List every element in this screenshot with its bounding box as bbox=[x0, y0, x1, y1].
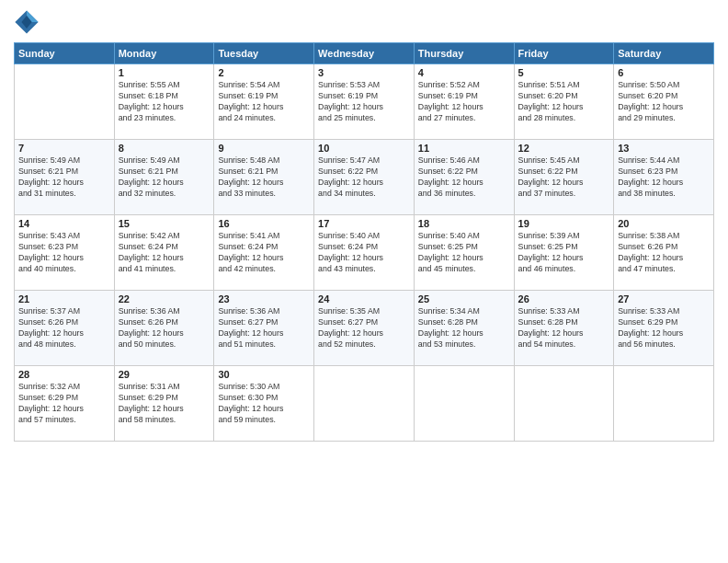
calendar-cell: 22Sunrise: 5:36 AM Sunset: 6:26 PM Dayli… bbox=[114, 291, 214, 366]
day-number: 19 bbox=[518, 218, 610, 229]
cell-info: Sunrise: 5:52 AM Sunset: 6:19 PM Dayligh… bbox=[418, 80, 510, 124]
cell-info: Sunrise: 5:31 AM Sunset: 6:29 PM Dayligh… bbox=[119, 382, 210, 426]
cell-info: Sunrise: 5:41 AM Sunset: 6:24 PM Dayligh… bbox=[218, 231, 310, 275]
day-number: 18 bbox=[418, 218, 510, 229]
day-number: 3 bbox=[318, 67, 410, 78]
day-number: 4 bbox=[418, 67, 510, 78]
calendar-cell: 13Sunrise: 5:44 AM Sunset: 6:23 PM Dayli… bbox=[614, 140, 714, 215]
cell-info: Sunrise: 5:51 AM Sunset: 6:20 PM Dayligh… bbox=[518, 80, 610, 124]
day-number: 2 bbox=[218, 67, 310, 78]
calendar-week-3: 21Sunrise: 5:37 AM Sunset: 6:26 PM Dayli… bbox=[15, 291, 714, 366]
cell-info: Sunrise: 5:55 AM Sunset: 6:18 PM Dayligh… bbox=[119, 80, 210, 124]
cell-info: Sunrise: 5:39 AM Sunset: 6:25 PM Dayligh… bbox=[518, 231, 610, 275]
cell-info: Sunrise: 5:34 AM Sunset: 6:28 PM Dayligh… bbox=[418, 306, 510, 350]
cell-info: Sunrise: 5:54 AM Sunset: 6:19 PM Dayligh… bbox=[218, 80, 310, 124]
day-number: 27 bbox=[618, 293, 710, 304]
cell-info: Sunrise: 5:43 AM Sunset: 6:23 PM Dayligh… bbox=[18, 231, 110, 275]
day-number: 20 bbox=[618, 218, 710, 229]
cell-info: Sunrise: 5:50 AM Sunset: 6:20 PM Dayligh… bbox=[618, 80, 710, 124]
cell-info: Sunrise: 5:33 AM Sunset: 6:29 PM Dayligh… bbox=[618, 306, 710, 350]
calendar-cell: 27Sunrise: 5:33 AM Sunset: 6:29 PM Dayli… bbox=[614, 291, 714, 366]
calendar-cell: 23Sunrise: 5:36 AM Sunset: 6:27 PM Dayli… bbox=[214, 291, 314, 366]
day-number: 22 bbox=[119, 293, 210, 304]
col-header-wednesday: Wednesday bbox=[314, 43, 415, 64]
day-number: 24 bbox=[318, 293, 410, 304]
day-number: 26 bbox=[518, 293, 610, 304]
day-number: 30 bbox=[218, 369, 310, 380]
cell-info: Sunrise: 5:40 AM Sunset: 6:24 PM Dayligh… bbox=[318, 231, 410, 275]
cell-info: Sunrise: 5:47 AM Sunset: 6:22 PM Dayligh… bbox=[318, 155, 410, 200]
col-header-monday: Monday bbox=[114, 43, 214, 64]
calendar-cell: 16Sunrise: 5:41 AM Sunset: 6:24 PM Dayli… bbox=[214, 215, 314, 291]
calendar-cell: 26Sunrise: 5:33 AM Sunset: 6:28 PM Dayli… bbox=[514, 291, 614, 366]
logo bbox=[14, 9, 43, 35]
cell-info: Sunrise: 5:40 AM Sunset: 6:25 PM Dayligh… bbox=[418, 231, 510, 275]
calendar-cell bbox=[15, 64, 115, 140]
cell-info: Sunrise: 5:30 AM Sunset: 6:30 PM Dayligh… bbox=[218, 382, 310, 426]
calendar-cell: 29Sunrise: 5:31 AM Sunset: 6:29 PM Dayli… bbox=[114, 366, 214, 442]
day-number: 16 bbox=[218, 218, 310, 229]
calendar-cell: 17Sunrise: 5:40 AM Sunset: 6:24 PM Dayli… bbox=[314, 215, 415, 291]
day-number: 17 bbox=[318, 218, 410, 229]
cell-info: Sunrise: 5:48 AM Sunset: 6:21 PM Dayligh… bbox=[218, 155, 310, 200]
logo-icon bbox=[14, 9, 40, 35]
calendar-cell: 6Sunrise: 5:50 AM Sunset: 6:20 PM Daylig… bbox=[614, 64, 714, 140]
day-number: 28 bbox=[18, 369, 110, 380]
day-number: 10 bbox=[318, 143, 410, 154]
calendar-cell: 4Sunrise: 5:52 AM Sunset: 6:19 PM Daylig… bbox=[414, 64, 514, 140]
day-number: 29 bbox=[119, 369, 210, 380]
calendar-cell: 3Sunrise: 5:53 AM Sunset: 6:19 PM Daylig… bbox=[314, 64, 415, 140]
calendar-cell bbox=[414, 366, 514, 442]
cell-info: Sunrise: 5:37 AM Sunset: 6:26 PM Dayligh… bbox=[18, 306, 110, 350]
calendar-cell: 18Sunrise: 5:40 AM Sunset: 6:25 PM Dayli… bbox=[414, 215, 514, 291]
day-number: 11 bbox=[418, 143, 510, 154]
day-number: 21 bbox=[18, 293, 110, 304]
calendar-cell: 10Sunrise: 5:47 AM Sunset: 6:22 PM Dayli… bbox=[314, 140, 415, 215]
cell-info: Sunrise: 5:44 AM Sunset: 6:23 PM Dayligh… bbox=[618, 155, 710, 200]
calendar-cell: 21Sunrise: 5:37 AM Sunset: 6:26 PM Dayli… bbox=[15, 291, 115, 366]
col-header-thursday: Thursday bbox=[414, 43, 514, 64]
day-number: 23 bbox=[218, 293, 310, 304]
day-number: 15 bbox=[119, 218, 210, 229]
calendar-cell bbox=[314, 366, 415, 442]
col-header-friday: Friday bbox=[514, 43, 614, 64]
calendar-cell: 2Sunrise: 5:54 AM Sunset: 6:19 PM Daylig… bbox=[214, 64, 314, 140]
calendar-table: SundayMondayTuesdayWednesdayThursdayFrid… bbox=[14, 42, 714, 442]
day-number: 5 bbox=[518, 67, 610, 78]
day-number: 8 bbox=[119, 143, 210, 154]
cell-info: Sunrise: 5:45 AM Sunset: 6:22 PM Dayligh… bbox=[518, 155, 610, 200]
calendar-cell: 8Sunrise: 5:49 AM Sunset: 6:21 PM Daylig… bbox=[114, 140, 214, 215]
day-number: 7 bbox=[18, 143, 110, 154]
calendar-cell: 14Sunrise: 5:43 AM Sunset: 6:23 PM Dayli… bbox=[15, 215, 115, 291]
calendar-week-0: 1Sunrise: 5:55 AM Sunset: 6:18 PM Daylig… bbox=[15, 64, 714, 140]
calendar-cell: 19Sunrise: 5:39 AM Sunset: 6:25 PM Dayli… bbox=[514, 215, 614, 291]
calendar-cell: 7Sunrise: 5:49 AM Sunset: 6:21 PM Daylig… bbox=[15, 140, 115, 215]
day-number: 9 bbox=[218, 143, 310, 154]
cell-info: Sunrise: 5:42 AM Sunset: 6:24 PM Dayligh… bbox=[119, 231, 210, 275]
cell-info: Sunrise: 5:32 AM Sunset: 6:29 PM Dayligh… bbox=[18, 382, 110, 426]
calendar-cell: 25Sunrise: 5:34 AM Sunset: 6:28 PM Dayli… bbox=[414, 291, 514, 366]
cell-info: Sunrise: 5:38 AM Sunset: 6:26 PM Dayligh… bbox=[618, 231, 710, 275]
calendar-cell: 1Sunrise: 5:55 AM Sunset: 6:18 PM Daylig… bbox=[114, 64, 214, 140]
cell-info: Sunrise: 5:36 AM Sunset: 6:26 PM Dayligh… bbox=[119, 306, 210, 350]
calendar-header-row: SundayMondayTuesdayWednesdayThursdayFrid… bbox=[15, 43, 714, 64]
calendar-cell: 24Sunrise: 5:35 AM Sunset: 6:27 PM Dayli… bbox=[314, 291, 415, 366]
calendar-cell: 28Sunrise: 5:32 AM Sunset: 6:29 PM Dayli… bbox=[15, 366, 115, 442]
calendar-week-4: 28Sunrise: 5:32 AM Sunset: 6:29 PM Dayli… bbox=[15, 366, 714, 442]
calendar-cell bbox=[614, 366, 714, 442]
cell-info: Sunrise: 5:49 AM Sunset: 6:21 PM Dayligh… bbox=[119, 155, 210, 200]
calendar-cell: 11Sunrise: 5:46 AM Sunset: 6:22 PM Dayli… bbox=[414, 140, 514, 215]
page: SundayMondayTuesdayWednesdayThursdayFrid… bbox=[0, 0, 728, 563]
cell-info: Sunrise: 5:35 AM Sunset: 6:27 PM Dayligh… bbox=[318, 306, 410, 350]
col-header-sunday: Sunday bbox=[15, 43, 115, 64]
cell-info: Sunrise: 5:46 AM Sunset: 6:22 PM Dayligh… bbox=[418, 155, 510, 200]
day-number: 14 bbox=[18, 218, 110, 229]
cell-info: Sunrise: 5:33 AM Sunset: 6:28 PM Dayligh… bbox=[518, 306, 610, 350]
cell-info: Sunrise: 5:36 AM Sunset: 6:27 PM Dayligh… bbox=[218, 306, 310, 350]
calendar-cell bbox=[514, 366, 614, 442]
day-number: 25 bbox=[418, 293, 510, 304]
calendar-cell: 5Sunrise: 5:51 AM Sunset: 6:20 PM Daylig… bbox=[514, 64, 614, 140]
calendar-cell: 15Sunrise: 5:42 AM Sunset: 6:24 PM Dayli… bbox=[114, 215, 214, 291]
calendar-week-1: 7Sunrise: 5:49 AM Sunset: 6:21 PM Daylig… bbox=[15, 140, 714, 215]
calendar-cell: 30Sunrise: 5:30 AM Sunset: 6:30 PM Dayli… bbox=[214, 366, 314, 442]
